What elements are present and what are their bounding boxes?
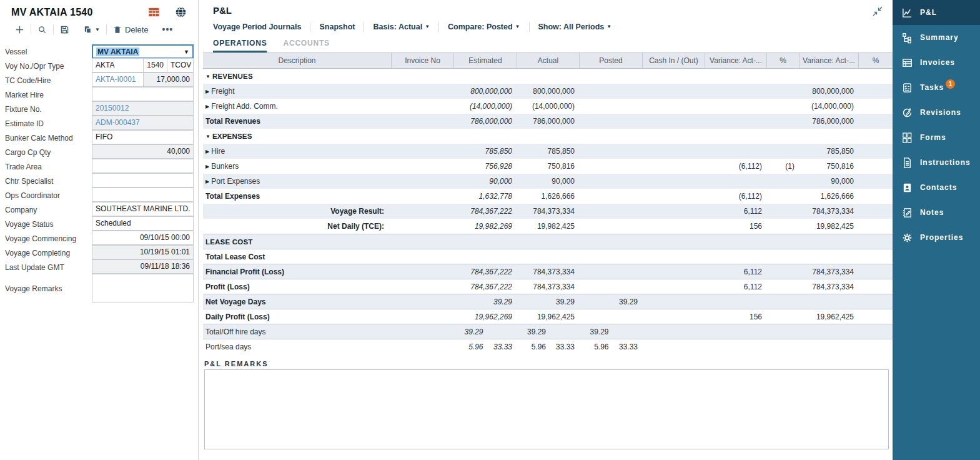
add-button[interactable] bbox=[15, 25, 24, 34]
field-input[interactable] bbox=[92, 87, 194, 101]
sidebar-item-notes[interactable]: Notes bbox=[893, 200, 980, 225]
pl-row: ▶Freight Add. Comm.(14,000,000)(14,000,0… bbox=[203, 99, 893, 114]
pl-row: Profit (Loss)784,367,222784,373,3346,112… bbox=[203, 279, 893, 294]
cell-post bbox=[580, 279, 643, 294]
cell-est bbox=[454, 69, 517, 84]
sidebar-item-label: Instructions bbox=[920, 158, 971, 167]
sidebar-item-instructions[interactable]: Instructions bbox=[893, 150, 980, 175]
sidebar-item-summary[interactable]: Summary bbox=[893, 25, 980, 50]
field-input[interactable] bbox=[92, 159, 194, 173]
pl-toolbar-button[interactable]: Basis: Actual▼ bbox=[373, 22, 430, 31]
expand-arrow-icon[interactable]: ▶ bbox=[205, 164, 209, 169]
cell-pct2 bbox=[859, 219, 893, 234]
remarks-label: P&L REMARKS bbox=[204, 360, 893, 368]
column-header[interactable]: Variance: Act-... bbox=[799, 53, 859, 68]
cell-inv bbox=[392, 339, 454, 354]
column-header[interactable]: Invoice No bbox=[392, 53, 454, 68]
sidebar-item-forms[interactable]: Forms bbox=[893, 125, 980, 150]
tab-operations[interactable]: OPERATIONS bbox=[213, 39, 267, 52]
cell-pct2 bbox=[859, 309, 893, 324]
expand-arrow-icon[interactable]: ▶ bbox=[205, 149, 209, 154]
cell-post bbox=[580, 69, 643, 84]
pl-toolbar-button[interactable]: Snapshot bbox=[319, 22, 355, 31]
cell-cash bbox=[643, 99, 705, 114]
cell-cash bbox=[643, 264, 705, 279]
cell-inv bbox=[392, 204, 454, 219]
vessel-combobox[interactable]: MV AKTAIA▼ bbox=[92, 44, 194, 59]
pl-row: Voyage Result:784,367,222784,373,3346,11… bbox=[203, 204, 893, 219]
row-description: ▼EXPENSES bbox=[203, 129, 392, 144]
field-value-area: 09/11/18 18:36 bbox=[92, 260, 194, 274]
cell-act: 90,000 bbox=[517, 174, 580, 189]
sidebar-item-invoices[interactable]: Invoices bbox=[893, 50, 980, 75]
cell-post: 5.9633.33 bbox=[580, 339, 643, 354]
field-input[interactable]: 09/10/15 00:00 bbox=[92, 231, 194, 245]
sidebar-item-properties[interactable]: Properties bbox=[893, 225, 980, 250]
cell-pct2 bbox=[859, 204, 893, 219]
tc-code-link[interactable]: AKTA-I0001 bbox=[92, 72, 144, 87]
collapse-arrow-icon[interactable]: ▼ bbox=[205, 134, 210, 139]
column-header[interactable]: Estimated bbox=[454, 53, 517, 68]
voyage-code-cell[interactable]: AKTA bbox=[92, 58, 144, 72]
expand-arrow-icon[interactable]: ▶ bbox=[205, 89, 209, 94]
table-grid-icon[interactable] bbox=[148, 6, 160, 18]
sidebar-item-label: Forms bbox=[920, 133, 946, 142]
cell-act: 5.9633.33 bbox=[517, 339, 580, 354]
field-row: Voyage Remarks bbox=[0, 274, 198, 303]
cell-pct1 bbox=[767, 339, 799, 354]
cell-cash bbox=[643, 84, 705, 99]
sidebar-item-contacts[interactable]: Contacts bbox=[893, 175, 980, 200]
cell-pct1 bbox=[767, 144, 799, 159]
column-header[interactable]: % bbox=[767, 53, 799, 68]
delete-button[interactable]: Delete bbox=[113, 25, 149, 34]
tab-accounts[interactable]: ACCOUNTS bbox=[283, 39, 329, 52]
cell-var1 bbox=[705, 294, 767, 309]
field-input[interactable] bbox=[92, 173, 194, 188]
search-button[interactable] bbox=[37, 25, 47, 34]
save-button[interactable] bbox=[60, 25, 69, 34]
field-input[interactable] bbox=[92, 188, 194, 202]
row-description: Total/Off hire days bbox=[203, 324, 392, 339]
cell-cash bbox=[643, 249, 705, 264]
column-header[interactable]: % bbox=[859, 53, 893, 68]
cell-var1 bbox=[705, 69, 767, 84]
cell-sub-value: 39.29 bbox=[580, 324, 609, 339]
field-row: Voyage Completing10/19/15 01:01 bbox=[0, 246, 198, 260]
sidebar-item-revisions[interactable]: Revisions bbox=[893, 100, 980, 125]
field-input[interactable]: FIFO bbox=[92, 130, 194, 144]
collapse-arrow-icon[interactable]: ▼ bbox=[205, 74, 210, 79]
remarks-textarea[interactable] bbox=[204, 369, 889, 449]
field-input[interactable] bbox=[92, 274, 194, 302]
cell-var2: 786,000,000 bbox=[799, 114, 859, 129]
toolbar-divider bbox=[53, 24, 54, 34]
cell-post bbox=[580, 219, 643, 234]
field-input[interactable]: SOUTHEAST MARINE LTD. bbox=[92, 202, 194, 216]
field-input: 10/19/15 01:01 bbox=[92, 245, 194, 259]
column-header[interactable]: Actual bbox=[517, 53, 580, 68]
row-label: Total Expenses bbox=[205, 192, 260, 201]
pl-toolbar-button[interactable]: Show: All Periods▼ bbox=[538, 22, 612, 31]
sidebar-item-pl[interactable]: P&L bbox=[893, 0, 980, 25]
expand-arrow-icon[interactable]: ▶ bbox=[205, 104, 209, 109]
voyage-number-cell[interactable]: 1540 bbox=[143, 58, 167, 72]
globe-icon[interactable] bbox=[175, 6, 187, 18]
sidebar-item-tasks[interactable]: Tasks1 bbox=[893, 75, 980, 100]
pl-toolbar-button[interactable]: Voyage Period Journals bbox=[213, 22, 301, 31]
column-header[interactable]: Description bbox=[203, 53, 392, 68]
cell-cash bbox=[643, 114, 705, 129]
field-input[interactable]: Scheduled bbox=[92, 216, 194, 231]
pl-toolbar-button[interactable]: Compare: Posted▼ bbox=[448, 22, 520, 31]
cell-act: 39.29 bbox=[517, 294, 580, 309]
section-label: REVENUES bbox=[212, 72, 253, 80]
collapse-panel-icon[interactable] bbox=[871, 5, 884, 18]
expand-arrow-icon[interactable]: ▶ bbox=[205, 179, 209, 184]
cell-pct2 bbox=[859, 324, 893, 339]
more-options-button[interactable]: ••• bbox=[162, 24, 174, 34]
column-header[interactable]: Variance: Act-... bbox=[705, 53, 767, 68]
voyage-opr-type-cell[interactable]: TCOV bbox=[167, 58, 194, 72]
field-value-area: FIFO bbox=[92, 131, 194, 145]
column-header[interactable]: Cash In / (Out) bbox=[643, 53, 705, 68]
row-description: LEASE COST bbox=[203, 234, 392, 249]
column-header[interactable]: Posted bbox=[580, 53, 643, 68]
copy-menu-button[interactable]: ▼ bbox=[83, 25, 100, 34]
